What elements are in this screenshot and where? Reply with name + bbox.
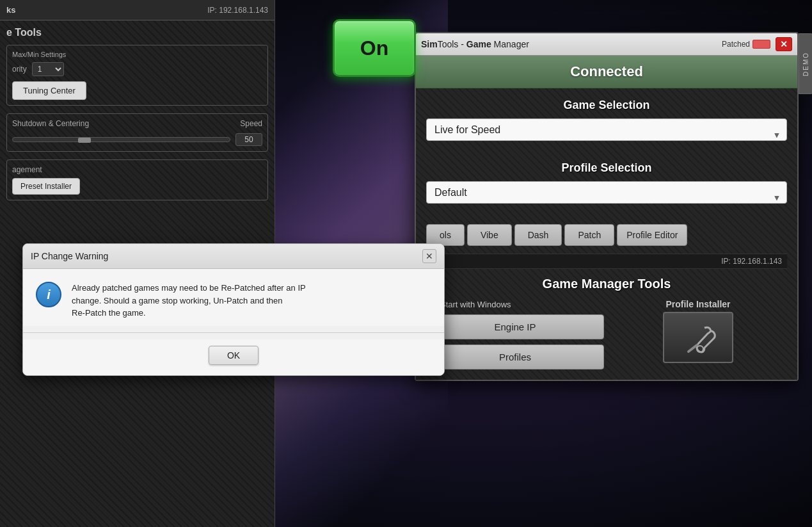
title-game: Game — [466, 39, 491, 49]
engine-ip-button[interactable]: Engine IP — [426, 314, 604, 339]
tools-label: ks — [6, 5, 15, 15]
dialog-titlebar: IP Change Warning ✕ — [23, 244, 444, 269]
e-tools-section: e Tools Max/Min Settings ority 1 Tuning … — [0, 20, 275, 207]
patched-indicator — [752, 40, 770, 49]
connected-text: Connected — [570, 63, 643, 79]
tools-grid: Start with Windows Engine IP Profiles Pr… — [426, 299, 787, 369]
close-button[interactable]: ✕ — [776, 37, 792, 51]
shutdown-group: Shutdown & Centering Speed 50 — [6, 113, 268, 152]
profile-installer-icon[interactable] — [663, 312, 733, 363]
ip-display-bar: IP: 192.168.1.143 — [426, 254, 787, 269]
preset-installer-button[interactable]: Preset Installer — [12, 178, 80, 195]
dialog-close-button[interactable]: ✕ — [422, 249, 436, 263]
dialog-body: i Already patched games may need to be R… — [23, 269, 444, 326]
profile-selection-wrapper: Default ▼ — [426, 181, 787, 214]
profile-selection-dropdown[interactable]: Default — [426, 181, 787, 204]
tools-section-title: Game Manager Tools — [426, 277, 787, 291]
info-icon: i — [36, 282, 61, 307]
dialog-message-line1: Already patched games may need to be Re-… — [72, 283, 306, 293]
dialog-message: Already patched games may need to be Re-… — [72, 282, 431, 320]
patched-badge: Patched — [722, 40, 770, 49]
management-group: agement Preset Installer — [6, 159, 268, 200]
title-sim: Sim — [421, 39, 438, 49]
game-manager-title: SimTools - Game Manager — [421, 39, 529, 49]
tools-left: Start with Windows Engine IP Profiles — [426, 299, 604, 369]
ip-warning-dialog: IP Change Warning ✕ i Already patched ga… — [22, 243, 445, 376]
game-selection-wrapper: Live for Speed ▼ — [426, 118, 787, 151]
info-icon-letter: i — [47, 288, 51, 302]
start-windows-label: Start with Windows — [440, 300, 511, 309]
on-button-label: On — [360, 36, 388, 60]
priority-row: ority 1 — [12, 62, 262, 76]
dialog-title: IP Change Warning — [31, 251, 108, 261]
demo-sidebar: DEMO — [799, 33, 812, 94]
maxmin-group: Max/Min Settings ority 1 Tuning Center — [6, 45, 268, 106]
connected-bar: Connected — [416, 56, 797, 88]
game-selection-dropdown[interactable]: Live for Speed — [426, 118, 787, 141]
tab-dash[interactable]: Dash — [514, 224, 562, 246]
slider-track[interactable] — [12, 137, 230, 142]
shutdown-label: Shutdown & Centering — [12, 119, 89, 128]
slider-container: 50 — [12, 133, 262, 146]
tab-bar: ols Vibe Dash Patch Profile Editor — [426, 224, 787, 246]
tab-tools[interactable]: ols — [426, 224, 465, 246]
game-manager-body: Game Selection Live for Speed ▼ Profile … — [416, 88, 797, 380]
tab-profile-editor[interactable]: Profile Editor — [617, 224, 687, 246]
dialog-message-line3: Re-Patch the game. — [72, 308, 146, 318]
dialog-message-line2: change. Should a game stop working, Un-P… — [72, 296, 283, 305]
management-label: agement — [12, 165, 262, 174]
title-tools: Tools - — [438, 39, 466, 49]
shutdown-header: Shutdown & Centering Speed — [12, 119, 262, 128]
game-manager-titlebar: SimTools - Game Manager Patched ✕ — [416, 33, 797, 56]
title-manager: Manager — [491, 39, 529, 49]
tab-vibe[interactable]: Vibe — [467, 224, 512, 246]
maxmin-label: Max/Min Settings — [12, 51, 262, 58]
dialog-separator — [23, 332, 444, 333]
start-with-windows-row: Start with Windows — [426, 299, 604, 309]
on-toggle-button[interactable]: On — [333, 19, 416, 77]
speed-input[interactable]: 50 — [235, 133, 262, 146]
slider-thumb — [78, 138, 91, 143]
left-panel-ip: IP: 192.168.1.143 — [207, 6, 268, 15]
priority-select[interactable]: 1 — [32, 62, 64, 76]
wrench-icon — [679, 321, 717, 353]
demo-label: DEMO — [802, 52, 809, 76]
profiles-button[interactable]: Profiles — [426, 345, 604, 369]
dialog-footer: OK — [23, 339, 444, 375]
left-panel-header: ks IP: 192.168.1.143 — [0, 0, 275, 20]
ok-button[interactable]: OK — [209, 346, 259, 365]
profile-installer-label: Profile Installer — [665, 299, 730, 309]
game-selection-title: Game Selection — [426, 99, 787, 112]
priority-label: ority — [12, 65, 27, 74]
titlebar-right: Patched ✕ — [722, 37, 792, 51]
tab-patch[interactable]: Patch — [564, 224, 614, 246]
game-manager-window: DEMO SimTools - Game Manager Patched ✕ C… — [415, 32, 799, 381]
speed-label: Speed — [240, 119, 262, 128]
patched-label: Patched — [722, 40, 750, 49]
svg-line-1 — [689, 345, 697, 352]
tuning-center-button[interactable]: Tuning Center — [12, 81, 86, 100]
e-tools-title: e Tools — [6, 27, 268, 38]
tools-right: Profile Installer — [609, 299, 787, 363]
ip-display: IP: 192.168.1.143 — [721, 257, 782, 266]
profile-selection-title: Profile Selection — [426, 161, 787, 175]
